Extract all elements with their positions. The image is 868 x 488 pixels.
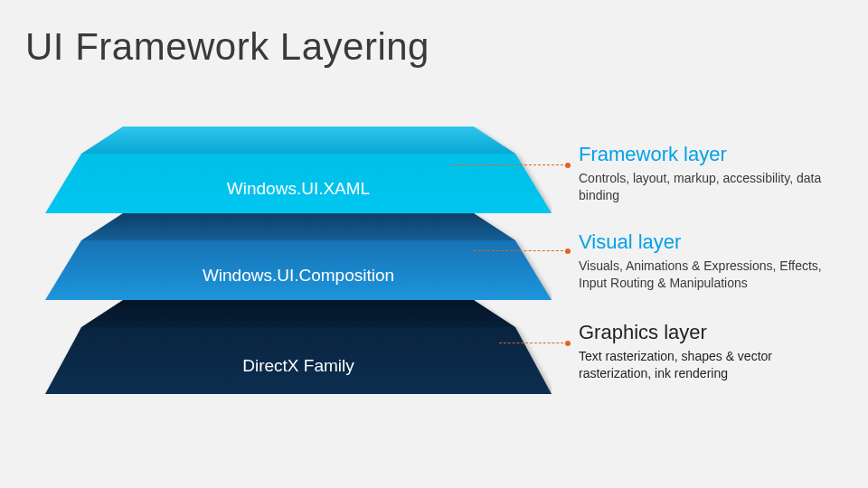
desc-body-framework: Controls, layout, markup, accessibility,… xyxy=(579,170,841,204)
svg-marker-4 xyxy=(81,300,515,327)
desc-body-visual: Visuals, Animations & Expressions, Effec… xyxy=(579,258,841,292)
desc-title-visual: Visual layer xyxy=(579,230,841,254)
desc-graphics: Graphics layer Text rasterization, shape… xyxy=(579,321,841,382)
layer-visual: Windows.UI.Composition xyxy=(45,213,552,300)
desc-title-framework: Framework layer xyxy=(579,143,841,166)
svg-marker-2 xyxy=(81,213,515,240)
layer-label-framework: Windows.UI.XAML xyxy=(45,179,552,199)
desc-body-graphics: Text rasterization, shapes & vector rast… xyxy=(579,348,841,382)
layer-shape-framework xyxy=(45,127,552,213)
layer-label-graphics: DirectX Family xyxy=(45,356,552,376)
svg-marker-0 xyxy=(81,127,515,154)
desc-visual: Visual layer Visuals, Animations & Expre… xyxy=(579,230,841,292)
desc-title-graphics: Graphics layer xyxy=(579,321,841,344)
layer-framework: Windows.UI.XAML xyxy=(45,127,552,213)
layer-stack: Windows.UI.XAML Windows.UI.Composition xyxy=(45,127,552,425)
page-title: UI Framework Layering xyxy=(25,25,429,69)
desc-framework: Framework layer Controls, layout, markup… xyxy=(579,143,841,204)
layer-label-visual: Windows.UI.Composition xyxy=(45,266,552,286)
layer-shape-visual xyxy=(45,213,552,300)
layer-graphics: DirectX Family xyxy=(45,300,552,394)
layer-shape-graphics xyxy=(45,300,552,394)
